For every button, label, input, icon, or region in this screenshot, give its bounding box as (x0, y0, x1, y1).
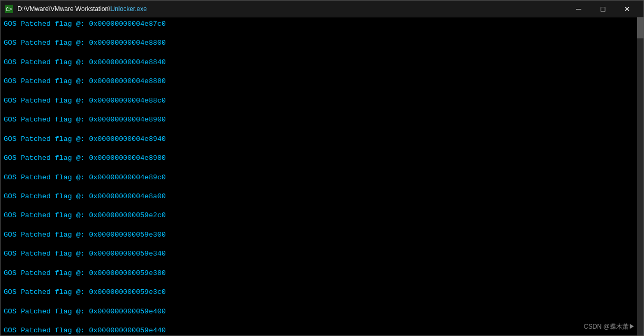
console-line: GOS Patched flag @: 0x00000000004e8840 (4, 58, 640, 67)
scrollbar-thumb[interactable] (637, 17, 643, 38)
svg-text:C>: C> (6, 7, 12, 13)
console-line: GOS Patched flag @: 0x000000000059e380 (4, 269, 640, 278)
console-line: GOS Patched flag @: 0x000000000059e3c0 (4, 288, 640, 297)
console-line: GOS Patched flag @: 0x00000000004e8940 (4, 135, 640, 144)
console-line: GOS Patched flag @: 0x00000000004e89c0 (4, 173, 640, 182)
console-line: GOS Patched flag @: 0x000000000059e440 (4, 326, 640, 335)
minimize-button[interactable]: ─ (567, 1, 591, 17)
title-filename: Unlocker.exe (111, 5, 147, 13)
console-line: GOS Patched flag @: 0x000000000059e400 (4, 307, 640, 317)
title-bar-text: D:\VMware\VMware Workstation\Unlocker.ex… (17, 5, 567, 13)
title-bar-controls: ─ □ ✕ (567, 1, 639, 17)
console-line: GOS Patched flag @: 0x00000000004e8980 (4, 154, 640, 163)
console-line: GOS Patched flag @: 0x00000000004e88c0 (4, 96, 640, 106)
window: C> D:\VMware\VMware Workstation\Unlocker… (0, 0, 644, 336)
terminal-icon: C> (5, 5, 13, 13)
scrollbar[interactable] (637, 17, 643, 335)
console-line: GOS Patched flag @: 0x00000000004e8800 (4, 38, 640, 48)
console-line: GOS Patched flag @: 0x00000000004e8880 (4, 77, 640, 86)
console-line: GOS Patched flag @: 0x000000000059e340 (4, 249, 640, 259)
console-line: GOS Patched flag @: 0x00000000004e8900 (4, 115, 640, 125)
console-line: GOS Patched flag @: 0x00000000004e8a00 (4, 192, 640, 201)
console-line: GOS Patched flag @: 0x000000000059e2c0 (4, 211, 640, 220)
maximize-button[interactable]: □ (591, 1, 615, 17)
title-path-prefix: D:\VMware\VMware Workstation\ (17, 5, 111, 13)
console-output: GOS Patched flag @: 0x00000000004e87c0 G… (4, 19, 640, 335)
watermark: CSDN @蝶木萧▶ (583, 322, 635, 331)
title-bar: C> D:\VMware\VMware Workstation\Unlocker… (1, 1, 643, 17)
console-line: GOS Patched flag @: 0x00000000004e87c0 (4, 19, 640, 29)
console-area: GOS Patched flag @: 0x00000000004e87c0 G… (1, 17, 643, 335)
close-button[interactable]: ✕ (615, 1, 639, 17)
console-line: GOS Patched flag @: 0x000000000059e300 (4, 230, 640, 240)
